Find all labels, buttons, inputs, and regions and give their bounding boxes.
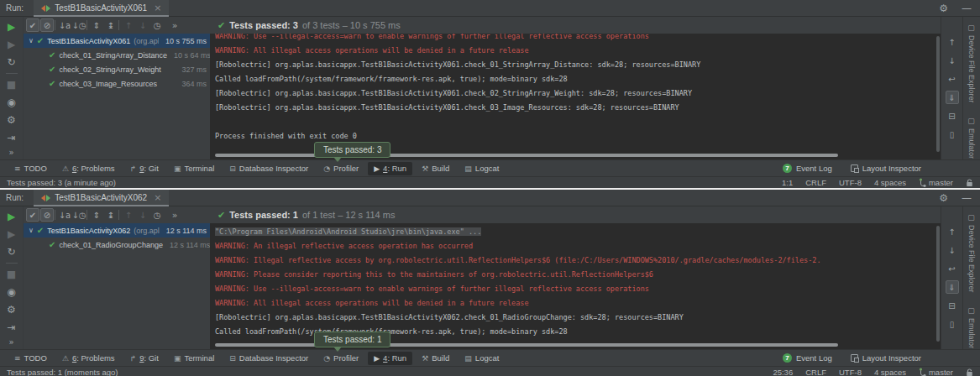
- show-passed-toggle[interactable]: ✔: [26, 208, 39, 222]
- previous-occurrence-button[interactable]: ↑: [122, 18, 135, 32]
- indent-indicator[interactable]: 4 spaces: [874, 178, 906, 187]
- tool-tab-database-inspector[interactable]: ⊟ Database Inspector: [223, 352, 314, 365]
- tool-tab-run[interactable]: ▶ 4: Run: [368, 162, 412, 175]
- lock-icon[interactable]: [966, 368, 973, 376]
- chevron-down-icon[interactable]: ∨: [29, 227, 34, 234]
- run-config-tab-x062[interactable]: TestB1BasicActivityX062 ×: [34, 190, 169, 206]
- hide-tool-window-icon[interactable]: —: [962, 3, 972, 13]
- scroll-up-button[interactable]: ↑: [946, 35, 959, 49]
- stop-button[interactable]: ■: [7, 78, 16, 91]
- sort-alphabetically-button[interactable]: ↓a: [58, 208, 71, 222]
- rerun-tests-button[interactable]: ▶: [8, 210, 15, 223]
- toolbar-divider[interactable]: [86, 210, 89, 220]
- expand-all-button[interactable]: ⇕: [90, 18, 103, 32]
- run-config-tab-x061[interactable]: TestB1BasicActivityX061 ×: [34, 0, 169, 16]
- tool-tab-todo[interactable]: ≡ TODO: [8, 352, 53, 365]
- test-tree-root-row[interactable]: ∨ ✔ TestB1BasicActivityX061 (org.aplas.t…: [24, 34, 210, 48]
- collapse-all-button[interactable]: ↨: [104, 208, 118, 222]
- settings-gear-icon[interactable]: ⚙: [939, 3, 948, 13]
- git-branch-widget[interactable]: master: [919, 368, 953, 376]
- encoding-indicator[interactable]: UTF-8: [839, 178, 862, 187]
- layout-inspector-button[interactable]: Layout Inspector: [851, 164, 921, 173]
- soft-wrap-toggle[interactable]: ↩: [946, 72, 959, 86]
- scroll-to-end-toggle[interactable]: ⇓: [946, 280, 959, 294]
- toolbar-divider[interactable]: [55, 210, 57, 220]
- rerun-tests-button[interactable]: ▶: [8, 20, 15, 34]
- test-tree-row[interactable]: ✔ check_02_StringArray_Weight 327 ms: [24, 62, 210, 76]
- collapse-all-button[interactable]: ↨: [104, 18, 118, 32]
- tool-stripe-device-file-explorer[interactable]: ▢ Device File Explorer: [967, 213, 976, 293]
- stop-button[interactable]: ■: [7, 268, 16, 281]
- tool-stripe-emulator[interactable]: ▢ Emulator: [967, 306, 976, 348]
- import-test-results-button[interactable]: ⇥: [7, 321, 15, 334]
- toolbar-divider[interactable]: [86, 20, 89, 30]
- tool-tab-database-inspector[interactable]: ⊟ Database Inspector: [223, 162, 314, 175]
- toggle-auto-test-button[interactable]: ↻: [7, 245, 15, 258]
- show-ignored-toggle[interactable]: ⊘: [40, 208, 54, 222]
- test-tree-row[interactable]: ✔ check_01_StringArray_Distance 10 s 64 …: [24, 48, 210, 62]
- tool-tab-terminal[interactable]: ▣ Terminal: [168, 162, 220, 175]
- horizontal-scrollbar[interactable]: [215, 343, 838, 347]
- event-log-button[interactable]: 7 Event Log: [783, 353, 832, 363]
- indent-indicator[interactable]: 4 spaces: [874, 368, 906, 376]
- lock-icon[interactable]: [966, 179, 973, 187]
- settings-gear-icon[interactable]: ⚙: [939, 193, 948, 203]
- rerun-failed-tests-button[interactable]: ▶: [8, 38, 15, 51]
- test-tree-row[interactable]: ✔ check_03_Image_Resources 364 ms: [24, 76, 210, 91]
- tool-tab-git[interactable]: ↱ 9: Git: [124, 352, 165, 365]
- tool-tab-run[interactable]: ▶ 4: Run: [368, 352, 412, 365]
- screenshot-button[interactable]: ◉: [7, 285, 15, 299]
- git-branch-widget[interactable]: master: [919, 178, 953, 187]
- sort-by-duration-button[interactable]: ↓◷: [72, 208, 86, 222]
- tool-tab-build[interactable]: ⚒ Build: [416, 352, 455, 365]
- caret-position[interactable]: 1:1: [782, 178, 793, 187]
- vertical-scrollbar[interactable]: [936, 36, 940, 152]
- tool-tab-todo[interactable]: ≡ TODO: [8, 162, 53, 175]
- tool-tab-git[interactable]: ↱ 9: Git: [124, 162, 165, 175]
- scroll-to-end-toggle[interactable]: ⇓: [946, 91, 959, 104]
- gutter-divider[interactable]: [6, 263, 18, 264]
- tool-tab-terminal[interactable]: ▣ Terminal: [168, 352, 220, 365]
- event-log-button[interactable]: 7 Event Log: [783, 164, 832, 173]
- tool-tab-profiler[interactable]: ◔ Profiler: [317, 352, 364, 365]
- expand-all-button[interactable]: ⇕: [90, 208, 103, 222]
- toggle-auto-test-button[interactable]: ↻: [7, 55, 15, 69]
- tool-tab-logcat[interactable]: ▤ Logcat: [459, 352, 505, 365]
- gutter-divider[interactable]: [6, 73, 18, 74]
- scroll-down-button[interactable]: ↓: [946, 54, 959, 67]
- toolbar-divider[interactable]: [55, 20, 57, 30]
- more-gutter-actions-icon[interactable]: »: [0, 337, 23, 347]
- toolbar-divider[interactable]: [118, 210, 121, 220]
- scroll-up-button[interactable]: ↑: [946, 225, 959, 238]
- print-button[interactable]: ⊟: [946, 299, 959, 312]
- tool-stripe-device-file-explorer[interactable]: ▢ Device File Explorer: [967, 24, 976, 103]
- more-gutter-actions-icon[interactable]: »: [0, 148, 23, 157]
- screenshot-button[interactable]: ◉: [7, 96, 15, 109]
- clear-console-button[interactable]: ▯: [946, 128, 959, 141]
- print-button[interactable]: ⊟: [946, 109, 959, 123]
- caret-position[interactable]: 25:36: [773, 368, 793, 376]
- show-ignored-toggle[interactable]: ⊘: [40, 18, 54, 32]
- hide-tool-window-icon[interactable]: —: [962, 193, 972, 203]
- previous-occurrence-button[interactable]: ↑: [122, 208, 135, 222]
- tool-tab-problems[interactable]: ⚠ 6: Problems: [56, 162, 121, 175]
- test-settings-button[interactable]: ⚙: [7, 303, 16, 316]
- show-passed-toggle[interactable]: ✔: [26, 18, 39, 32]
- encoding-indicator[interactable]: UTF-8: [839, 368, 862, 376]
- test-settings-button[interactable]: ⚙: [7, 113, 16, 127]
- line-ending-indicator[interactable]: CRLF: [805, 368, 826, 376]
- tool-tab-profiler[interactable]: ◔ Profiler: [317, 162, 364, 175]
- close-tab-icon[interactable]: ×: [154, 192, 161, 203]
- vertical-scrollbar[interactable]: [936, 226, 940, 342]
- tool-stripe-emulator[interactable]: ▢ Emulator: [967, 117, 976, 159]
- chevron-down-icon[interactable]: ∨: [29, 37, 34, 44]
- test-tree-root-row[interactable]: ∨ ✔ TestB1BasicActivityX062 (org.aplas.t…: [24, 223, 210, 238]
- next-occurrence-button[interactable]: ↓: [136, 208, 149, 222]
- horizontal-scrollbar[interactable]: [215, 154, 838, 157]
- import-test-results-button[interactable]: ⇥: [7, 131, 15, 144]
- clear-console-button[interactable]: ▯: [946, 317, 959, 331]
- soft-wrap-toggle[interactable]: ↩: [946, 262, 959, 275]
- tool-tab-problems[interactable]: ⚠ 6: Problems: [56, 352, 121, 365]
- more-toolbar-actions-button[interactable]: »: [168, 208, 181, 222]
- toolbar-divider[interactable]: [118, 20, 121, 30]
